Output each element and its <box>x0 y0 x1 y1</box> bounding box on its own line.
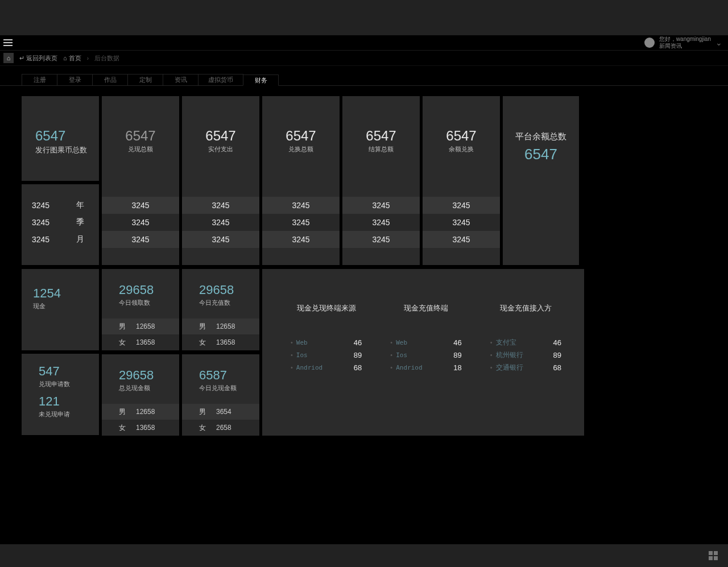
tab-2[interactable]: 作品 <box>92 74 128 85</box>
breadcrumb-home[interactable]: ⌂ 首页 <box>63 54 81 63</box>
panel-title: 现金充值接入方 <box>479 303 573 313</box>
dashboard: 6547 发行图果币总数 3245年3245季3245月 6547兑现总额324… <box>0 86 728 436</box>
stat-card-1-1: 29658今日充值数男12658女13658 <box>182 269 259 350</box>
avatar <box>644 38 655 48</box>
panel-item-value: 89 <box>354 351 362 359</box>
tab-1[interactable]: 登录 <box>57 74 93 85</box>
stat-card-2-0: 29658总兑现金额男12658女13658 <box>102 354 179 436</box>
stripe-value: 3245 <box>342 197 420 214</box>
stripe-value: 3245 <box>423 214 500 231</box>
stripe-value: 3245 <box>262 214 340 231</box>
tab-3[interactable]: 定制 <box>127 74 163 85</box>
panel-item-value: 46 <box>354 338 362 347</box>
footer-bar <box>0 544 728 567</box>
panel-title: 现金兑现终端来源 <box>279 303 373 313</box>
stat-label: 今日领取数 <box>119 299 179 307</box>
stripe-value: 3245 <box>262 197 340 214</box>
panel-col-0: 现金兑现终端来源•Web46•Ios89•Andriod68 <box>279 303 373 424</box>
panel-item: •Ios89 <box>279 349 373 361</box>
panel-item-name: Ios <box>396 351 407 359</box>
stripe-value: 3245 <box>102 197 179 214</box>
col-label: 实付支出 <box>205 145 235 154</box>
period-row: 3245年 <box>32 197 89 214</box>
panel-item-name: 支付宝 <box>496 338 516 346</box>
balance-label: 平台余额总数 <box>515 131 566 142</box>
stripe-value: 3245 <box>423 197 500 214</box>
grid-view-icon[interactable] <box>709 551 718 560</box>
breadcrumb-back[interactable]: ↵ 返回列表页 <box>19 54 57 63</box>
breadcrumb-bar: ⌂ ↵ 返回列表页 ⌂ 首页 › 后台数据 <box>0 51 728 66</box>
stripe-value: 3245 <box>182 231 259 248</box>
tabs: 注册登录作品定制资讯虚拟货币财务 <box>0 74 728 86</box>
home-button[interactable]: ⌂ <box>3 53 14 63</box>
period-row: 3245月 <box>32 231 89 248</box>
header-bar: 您好，wangmingjian 新闻资讯 ⌄ <box>0 35 728 51</box>
top-col-1: 6547实付支出324532453245 <box>182 96 259 265</box>
req-value: 547 <box>39 364 99 379</box>
breadcrumb-current: 后台数据 <box>94 54 119 63</box>
panel-item-name: Web <box>296 339 308 346</box>
panel-item: •Web46 <box>379 336 473 349</box>
panel-item: •交通银行68 <box>479 361 573 374</box>
card-balance: 平台余额总数 6547 <box>503 96 579 265</box>
period-num: 3245 <box>32 201 49 210</box>
stat-row-f: 女13658 <box>102 334 179 350</box>
panel-item-value: 68 <box>354 363 362 372</box>
card-cash: 1254 现金 <box>22 269 99 350</box>
panel-item-name: Ios <box>296 351 308 359</box>
stripe-value: 3245 <box>102 231 179 248</box>
stripe-value: 3245 <box>262 231 340 248</box>
panel-item-value: 46 <box>553 338 561 347</box>
user-block[interactable]: 您好，wangmingjian 新闻资讯 ⌄ <box>644 36 722 49</box>
tab-4[interactable]: 资讯 <box>163 74 198 85</box>
col-value: 6547 <box>286 128 316 144</box>
col-label: 结算总额 <box>366 145 396 154</box>
stat-value: 29658 <box>119 368 179 383</box>
user-greeting: 您好，wangmingjian <box>659 36 711 43</box>
panel-item-value: 68 <box>553 363 561 372</box>
panel-item: •Andriod18 <box>379 361 473 374</box>
panel-item-name: Andriod <box>396 364 422 371</box>
panel-item-value: 89 <box>453 351 461 359</box>
panel-item-name: Web <box>396 339 407 346</box>
stat-row-m: 男12658 <box>102 318 179 334</box>
tab-0[interactable]: 注册 <box>22 74 57 85</box>
hamburger-menu-icon[interactable] <box>3 38 13 47</box>
stripe-value: 3245 <box>182 197 259 214</box>
req-value: 121 <box>39 394 99 409</box>
stat-row-f: 女2658 <box>182 420 259 436</box>
card-issued-total: 6547 发行图果币总数 <box>22 96 99 181</box>
col-label: 兑现总额 <box>125 145 155 154</box>
col-label: 兑换总额 <box>286 145 316 154</box>
stripe-value: 3245 <box>342 214 420 231</box>
stat-row-m: 男12658 <box>182 318 259 334</box>
period-num: 3245 <box>32 235 49 244</box>
balance-value: 6547 <box>524 146 557 163</box>
period-num: 3245 <box>32 218 49 227</box>
tab-6[interactable]: 财务 <box>243 75 279 86</box>
col-value: 6547 <box>125 128 155 144</box>
panel-item-name: 杭州银行 <box>496 351 523 359</box>
stat-value: 29658 <box>199 283 259 297</box>
cash-label: 现金 <box>33 302 99 311</box>
cash-value: 1254 <box>33 286 99 301</box>
col-value: 6547 <box>446 128 476 144</box>
top-col-4: 6547余额兑换324532453245 <box>423 96 500 265</box>
stat-card-1-0: 29658今日领取数男12658女13658 <box>102 269 179 350</box>
tab-5[interactable]: 虚拟货币 <box>198 74 243 85</box>
stat-card-2-1: 6587今日兑现金额男3654女2658 <box>182 354 259 436</box>
top-col-0: 6547兑现总额324532453245 <box>102 96 179 265</box>
top-col-2: 6547兑换总额324532453245 <box>262 96 340 265</box>
stat-value: 29658 <box>119 283 179 297</box>
panel-item: •Andriod68 <box>279 361 373 374</box>
period-row: 3245季 <box>32 214 89 231</box>
panel-col-2: 现金充值接入方•支付宝46•杭州银行89•交通银行68 <box>479 303 573 424</box>
req-label: 未兑现申请 <box>39 410 99 419</box>
stripe-value: 3245 <box>102 214 179 231</box>
stripe-value: 3245 <box>342 231 420 248</box>
breadcrumb-sep: › <box>87 55 89 61</box>
panel-col-1: 现金充值终端•Web46•Ios89•Andriod18 <box>379 303 473 424</box>
stat-value: 6587 <box>199 368 259 383</box>
chevron-down-icon[interactable]: ⌄ <box>715 38 722 47</box>
top-banner <box>0 0 728 35</box>
